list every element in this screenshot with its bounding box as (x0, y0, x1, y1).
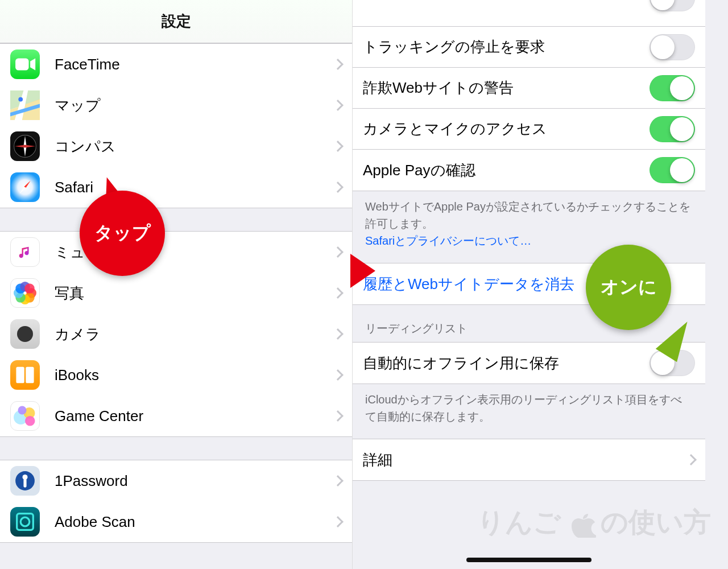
row-reading-list-offline[interactable]: 自動的にオフライン用に保存 (353, 343, 705, 384)
row-label: Adobe Scan (55, 513, 327, 531)
row-gamecenter[interactable]: Game Center (0, 395, 352, 436)
row-apple-pay[interactable]: Apple Payの確認 (353, 150, 705, 191)
svg-point-1 (18, 97, 23, 102)
reading-list-row-label: 自動的にオフライン用に保存 (363, 353, 650, 373)
row-label: トラッキングの停止を要求 (363, 37, 650, 57)
clear-history-label: 履歴とWebサイトデータを消去 (363, 274, 574, 294)
chevron-right-icon (332, 246, 344, 258)
chevron-right-icon (685, 454, 697, 465)
settings-pane: 設定 FaceTimeマップコンパスSafariミュージック写真カメラiBook… (0, 0, 353, 569)
toggle-fraud-warning[interactable] (650, 75, 695, 101)
row-label: カメラとマイクのアクセス (363, 119, 650, 139)
reading-list-group: 自動的にオフライン用に保存 (353, 342, 705, 384)
toggle-camera-mic[interactable] (650, 116, 695, 142)
music-icon (10, 237, 40, 267)
chevron-right-icon (332, 410, 344, 422)
row-photos[interactable]: 写真 (0, 273, 352, 314)
adobescan-icon (10, 507, 40, 537)
svg-point-16 (25, 416, 35, 426)
callout-on-text: オンに (601, 275, 657, 300)
toggle-apple-pay[interactable] (650, 157, 695, 183)
settings-group: ミュージック写真カメラiBooksGame Center (0, 231, 352, 437)
svg-point-22 (20, 517, 30, 526)
facetime-icon (10, 50, 40, 79)
row-label: 1Password (55, 472, 327, 490)
privacy-group: トラッキングの停止を要求詐欺Webサイトの警告カメラとマイクのアクセスApple… (353, 0, 705, 191)
svg-rect-21 (17, 514, 34, 530)
chevron-right-icon (332, 141, 344, 152)
chevron-right-icon (332, 328, 344, 340)
row-label: 写真 (55, 283, 327, 303)
svg-point-11 (24, 283, 35, 294)
row-advanced[interactable]: 詳細 (353, 439, 705, 480)
chevron-right-icon (332, 369, 344, 381)
row-label: 詐欺Webサイトの警告 (363, 78, 650, 98)
row-label: Apple Payの確認 (363, 160, 650, 180)
row-compass[interactable]: コンパス (0, 126, 352, 167)
row-music[interactable]: ミュージック (0, 232, 352, 273)
photos-icon (10, 278, 40, 308)
page-title: 設定 (0, 0, 352, 43)
page-title-text: 設定 (162, 11, 191, 31)
callout-on: オンに (586, 245, 671, 330)
group-spacer (0, 208, 352, 231)
chevron-right-icon (332, 59, 344, 70)
camera-icon (10, 319, 40, 349)
row-safari[interactable]: Safari (0, 167, 352, 208)
advanced-group: 詳細 (353, 439, 705, 481)
group-spacer (0, 543, 352, 566)
gamecenter-icon (10, 401, 40, 431)
row-label: FaceTime (55, 56, 327, 73)
row-adobescan[interactable]: Adobe Scan (0, 501, 352, 542)
row-do-not-track[interactable]: トラッキングの停止を要求 (353, 27, 705, 68)
reading-list-footer: iCloudからオフライン表示用のリーディングリスト項目をすべて自動的に保存しま… (353, 384, 705, 439)
row-label: Game Center (55, 407, 327, 425)
privacy-footer-text: WebサイトでApple Payが設定されているかチェックすることを許可します。 (365, 200, 690, 230)
arrow-between-panes-icon (350, 254, 375, 288)
row-camera-mic[interactable]: カメラとマイクのアクセス (353, 109, 705, 150)
row-camera[interactable]: カメラ (0, 314, 352, 354)
row-label: iBooks (55, 366, 327, 384)
svg-rect-12 (16, 367, 24, 384)
callout-tap-text: タップ (94, 221, 151, 246)
home-indicator (466, 558, 592, 562)
row-facetime[interactable]: FaceTime (0, 44, 352, 85)
row-fraud-warning[interactable]: 詐欺Webサイトの警告 (353, 68, 705, 109)
safari-icon (10, 172, 40, 202)
row-label: マップ (55, 96, 327, 116)
maps-icon (10, 90, 40, 120)
chevron-right-icon (332, 100, 344, 111)
chevron-right-icon (332, 475, 344, 486)
advanced-label: 詳細 (363, 450, 680, 470)
row-ibooks[interactable]: iBooks (0, 354, 352, 395)
privacy-footer-link[interactable]: Safariとプライバシーについて… (365, 234, 531, 247)
row-1password[interactable]: 1Password (0, 460, 352, 501)
svg-rect-13 (26, 367, 34, 384)
callout-tap: タップ (80, 191, 165, 276)
chevron-right-icon (332, 182, 344, 193)
settings-group: FaceTimeマップコンパスSafari (0, 43, 352, 208)
ibooks-icon (10, 360, 40, 390)
svg-rect-20 (23, 479, 26, 488)
chevron-right-icon (332, 516, 344, 527)
toggle-do-not-track[interactable] (650, 34, 695, 60)
settings-group: 1PasswordAdobe Scan (0, 460, 352, 543)
svg-point-17 (18, 406, 27, 415)
group-spacer (0, 437, 352, 460)
row-label: カメラ (55, 324, 327, 344)
row-maps[interactable]: マップ (0, 85, 352, 126)
row-scroll-peek (353, 0, 705, 27)
1password-icon (10, 466, 40, 496)
compass-icon (10, 131, 40, 161)
svg-rect-0 (15, 59, 28, 71)
chevron-right-icon (332, 287, 344, 299)
row-label: コンパス (55, 137, 327, 156)
toggle-peek[interactable] (650, 0, 695, 11)
